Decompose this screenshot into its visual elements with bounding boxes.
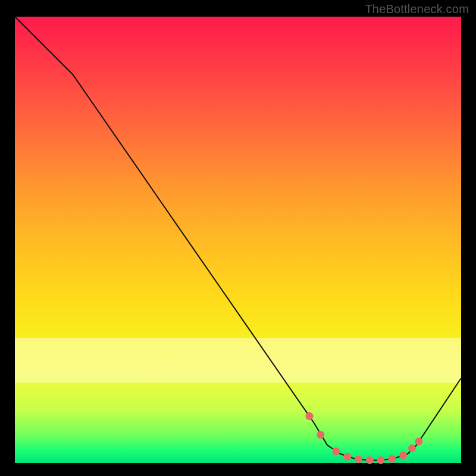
chart-frame: TheBottleneck.com <box>0 0 476 476</box>
attribution-label: TheBottleneck.com <box>365 2 469 16</box>
plot-area <box>15 17 461 463</box>
curve-layer <box>15 17 461 463</box>
highlight-dot <box>377 456 385 464</box>
highlight-dot <box>415 438 422 446</box>
highlight-dot <box>317 431 324 439</box>
highlight-dot <box>388 455 396 463</box>
highlight-dot <box>355 456 362 464</box>
highlight-dot <box>306 412 314 420</box>
bottleneck-curve <box>15 17 461 461</box>
highlight-dot <box>399 452 407 459</box>
highlight-dot <box>366 456 374 464</box>
highlight-dot <box>343 453 351 461</box>
highlight-dot <box>333 447 340 455</box>
highlight-dot <box>408 444 416 452</box>
